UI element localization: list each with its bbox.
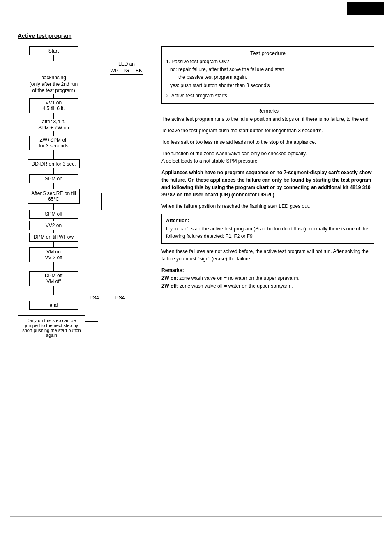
led-ig: IG [122,68,131,74]
note-box: Only on this step can be jumped to the n… [18,315,85,340]
text-after34: after 3,4 lt.SPM + ZW on [38,119,69,131]
led-bk: BK [134,68,143,74]
page-header-area [0,0,392,16]
para4: The function of the zone wash valve can … [161,150,374,165]
led-area: LED an WP IG BK [102,61,151,75]
box-vv2: VV2 on [29,221,78,230]
flow-step-vv2: VV2 on [18,221,90,233]
box-zwspm: ZW+SPM offfor 3 seconds [29,136,78,150]
remarks2-title: Remarks: [161,267,374,274]
flow-step-vm: VM onVV 2 off [18,247,90,271]
main-content: Active test program Start LED an WP IG B [10,24,382,517]
led-wp: WP [110,68,119,74]
para7: When these failures are not solved befor… [161,248,374,263]
flow-step-spmoff: SPM off [18,210,90,221]
para2: To leave the test program push the start… [161,127,374,134]
para6: When the failure position is reached the… [161,203,374,210]
attention-box: Attention: If you can't start the active… [161,214,374,244]
flow-step-end: end [18,301,90,310]
remarks2: Remarks: ZW on: zone wash valve on = no … [161,267,374,290]
flow-step-dpmoff: DPM offVM off [18,271,90,295]
tp-line2: no: repair failure, after that solve the… [166,66,370,74]
header-black-box [347,2,384,15]
flow-step-start: Start [18,46,90,61]
ps4-left: PS4 [90,295,99,301]
text-backrinsing: backrinsing(only after the 2nd runof the… [30,75,78,94]
led-cols: WP IG BK [110,68,143,75]
attention-title: Attention: [166,218,370,223]
remarks-title: Remarks [161,108,374,114]
test-procedure-box: Test procedure 1. Passive test program O… [161,46,374,104]
tp-line1: 1. Passive test program OK? [166,58,370,66]
led-header-label: LED an [118,61,135,67]
note-connector [85,321,98,322]
flow-step-dddr: DD-DR on for 3 sec. [18,159,90,174]
flow-step-vv1: VV1 on4,5 till 6 lt. [18,98,90,119]
flow-step-zwspm: ZW+SPM offfor 3 seconds [18,136,90,159]
flow-step-backrinsing: backrinsing(only after the 2nd runof the… [18,75,90,98]
two-column-layout: Start LED an WP IG BK backrinsing(o [18,46,374,340]
tp-line5: 2. Active test program starts. [166,92,370,100]
flowchart-column: Start LED an WP IG BK backrinsing(o [18,46,157,340]
led-header-row: LED an WP IG BK [18,61,157,75]
section-title: Active test program [18,32,374,39]
box-vm: VM onVV 2 off [29,247,78,262]
connector-after5sec [90,193,102,210]
box-dpm: DPM on till WI low [29,233,78,242]
tp-line4: yes: push start button shorter than 3 se… [166,82,370,90]
attention-text: If you can't start the active test progr… [166,225,370,240]
box-after5sec: After 5 sec.RE on till65°C [28,189,80,204]
box-vv1: VV1 on4,5 till 6 lt. [29,98,78,113]
right-column: Test procedure 1. Passive test program O… [157,46,374,340]
ps-labels: PS4 PS4 [90,295,125,301]
tp-line3: the passive test program again. [166,74,370,81]
test-procedure-content: 1. Passive test program OK? no: repair f… [166,58,370,100]
flow-step-after5sec: After 5 sec.RE on till65°C [18,189,90,210]
box-dddr: DD-DR on for 3 sec. [28,159,79,168]
remarks2-zw-off: ZW off: zone wash valve off = water on t… [161,282,374,290]
box-dpmoff: DPM offVM off [29,271,78,286]
ps-row: PS4 PS4 [18,295,141,301]
para3: Too less salt or too less rinse aid lead… [161,138,374,146]
para5: Appliances which have no program sequenc… [161,169,374,198]
flow-step-dpm: DPM on till WI low [18,233,90,247]
box-spm: SPM on [29,174,78,183]
box-end: end [29,301,78,310]
remarks2-zw-on: ZW on: zone wash valve on = no water on … [161,274,374,282]
flow-step-after5sec-row: After 5 sec.RE on till65°C [18,189,157,210]
test-procedure-title: Test procedure [166,50,370,56]
flow-step-after34: after 3,4 lt.SPM + ZW on [18,119,90,136]
box-spmoff: SPM off [29,210,78,219]
flow-step-spm: SPM on [18,174,90,189]
ps4-right: PS4 [115,295,125,301]
para5-bold: Appliances which have no program sequenc… [161,170,372,198]
note-area: Only on this step can be jumped to the n… [18,313,157,340]
remarks-text: The active test program runs to the fail… [161,115,374,123]
box-start: Start [29,46,78,55]
